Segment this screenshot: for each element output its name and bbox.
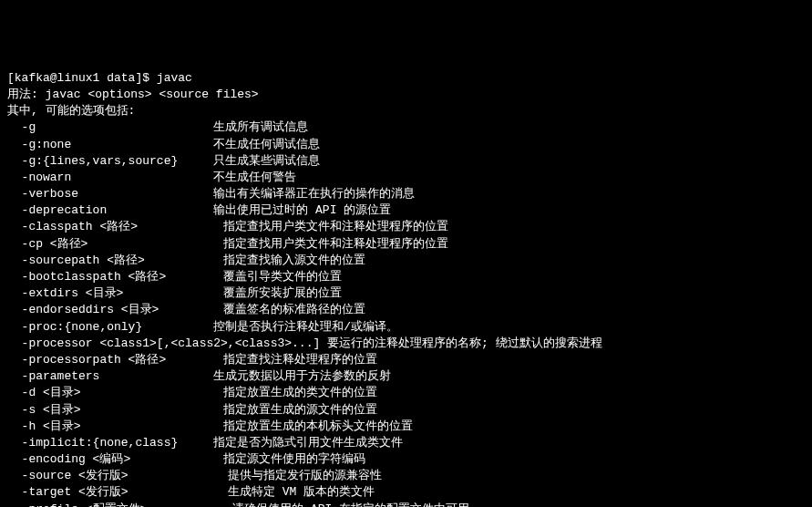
option-flag: -proc:{none,only}: [7, 320, 213, 334]
option-flag: -processor <class1>[,<class2>,<class3>..…: [7, 336, 327, 350]
option-description: 只生成某些调试信息: [213, 154, 320, 168]
option-line: -processor <class1>[,<class2>,<class3>..…: [7, 336, 805, 352]
prompt-line-1: [kafka@linux1 data]$ javac: [7, 70, 805, 87]
option-line: -g 生成所有调试信息: [7, 119, 805, 136]
option-description: 请确保使用的 API 在指定的配置文件中可用: [232, 502, 469, 507]
option-description: 覆盖引导类文件的位置: [223, 270, 342, 284]
option-flag: -sourcepath <路径>: [7, 254, 223, 267]
option-description: 覆盖所安装扩展的位置: [223, 286, 342, 300]
option-flag: -deprecation: [7, 203, 213, 217]
option-flag: -target <发行版>: [7, 485, 228, 499]
option-description: 控制是否执行注释处理和/或编译。: [213, 320, 398, 334]
option-flag: -bootclasspath <路径>: [7, 270, 223, 284]
option-flag: -g:{lines,vars,source}: [7, 154, 213, 168]
option-description: 覆盖签名的标准路径的位置: [223, 303, 365, 316]
option-line: -processorpath <路径> 指定查找注释处理程序的位置: [7, 352, 805, 368]
option-flag: -implicit:{none,class}: [7, 436, 213, 450]
option-description: 生成元数据以用于方法参数的反射: [213, 369, 391, 383]
option-flag: -profile <配置文件>: [7, 502, 232, 507]
option-flag: -verbose: [7, 187, 213, 201]
option-line: -implicit:{none,class} 指定是否为隐式引用文件生成类文件: [7, 435, 805, 451]
usage-line: 用法: javac <options> <source files>: [7, 87, 805, 103]
shell-prompt: [kafka@linux1 data]$: [7, 71, 157, 85]
option-description: 输出有关编译器正在执行的操作的消息: [213, 187, 415, 201]
option-description: 不生成任何警告: [213, 171, 296, 184]
option-description: 指定放置生成的源文件的位置: [223, 403, 377, 417]
option-description: 指定放置生成的本机标头文件的位置: [223, 419, 413, 433]
option-flag: -s <目录>: [7, 403, 223, 417]
option-line: -endorseddirs <目录> 覆盖签名的标准路径的位置: [7, 302, 805, 318]
option-line: -s <目录> 指定放置生成的源文件的位置: [7, 402, 805, 419]
option-flag: -parameters: [7, 369, 213, 383]
option-description: 指定查找用户类文件和注释处理程序的位置: [223, 220, 448, 233]
option-flag: -source <发行版>: [7, 469, 228, 482]
option-line: -deprecation 输出使用已过时的 API 的源位置: [7, 202, 805, 219]
options-list: -g 生成所有调试信息 -g:none 不生成任何调试信息 -g:{lines,…: [7, 119, 805, 507]
command-entered: javac: [157, 71, 192, 85]
option-line: -source <发行版> 提供与指定发行版的源兼容性: [7, 468, 805, 484]
option-description: 指定源文件使用的字符编码: [223, 452, 365, 466]
option-line: -sourcepath <路径> 指定查找输入源文件的位置: [7, 253, 805, 269]
option-flag: -extdirs <目录>: [7, 286, 223, 300]
option-line: -g:{lines,vars,source} 只生成某些调试信息: [7, 153, 805, 170]
option-line: -extdirs <目录> 覆盖所安装扩展的位置: [7, 285, 805, 302]
option-line: -profile <配置文件> 请确保使用的 API 在指定的配置文件中可用: [7, 502, 805, 507]
option-flag: -endorseddirs <目录>: [7, 303, 223, 316]
option-line: -parameters 生成元数据以用于方法参数的反射: [7, 368, 805, 385]
option-line: -bootclasspath <路径> 覆盖引导类文件的位置: [7, 269, 805, 285]
option-flag: -g:none: [7, 138, 213, 151]
option-line: -target <发行版> 生成特定 VM 版本的类文件: [7, 484, 805, 501]
option-flag: -classpath <路径>: [7, 220, 223, 233]
terminal-output: [kafka@linux1 data]$ javac用法: javac <opt…: [7, 70, 805, 507]
option-line: -encoding <编码> 指定源文件使用的字符编码: [7, 451, 805, 468]
option-flag: -encoding <编码>: [7, 452, 223, 466]
option-description: 指定查找输入源文件的位置: [223, 254, 365, 267]
option-description: 生成特定 VM 版本的类文件: [228, 485, 375, 499]
option-description: 指定放置生成的类文件的位置: [223, 386, 377, 399]
option-line: -d <目录> 指定放置生成的类文件的位置: [7, 385, 805, 401]
option-description: 生成所有调试信息: [213, 120, 308, 134]
option-description: 要运行的注释处理程序的名称; 绕过默认的搜索进程: [327, 336, 602, 350]
option-description: 输出使用已过时的 API 的源位置: [213, 203, 391, 217]
option-line: -classpath <路径> 指定查找用户类文件和注释处理程序的位置: [7, 219, 805, 235]
option-flag: -d <目录>: [7, 386, 223, 399]
option-flag: -h <目录>: [7, 419, 223, 433]
option-line: -g:none 不生成任何调试信息: [7, 137, 805, 153]
option-description: 提供与指定发行版的源兼容性: [228, 469, 382, 482]
option-flag: -nowarn: [7, 171, 213, 184]
option-description: 指定是否为隐式引用文件生成类文件: [213, 436, 403, 450]
options-header: 其中, 可能的选项包括:: [7, 103, 805, 119]
option-line: -proc:{none,only} 控制是否执行注释处理和/或编译。: [7, 319, 805, 336]
option-line: -h <目录> 指定放置生成的本机标头文件的位置: [7, 419, 805, 435]
option-flag: -cp <路径>: [7, 237, 223, 251]
option-flag: -g: [7, 120, 213, 134]
option-line: -cp <路径> 指定查找用户类文件和注释处理程序的位置: [7, 236, 805, 253]
option-description: 指定查找注释处理程序的位置: [223, 353, 377, 367]
option-line: -verbose 输出有关编译器正在执行的操作的消息: [7, 186, 805, 202]
option-description: 不生成任何调试信息: [213, 138, 320, 151]
option-flag: -processorpath <路径>: [7, 353, 223, 367]
option-line: -nowarn 不生成任何警告: [7, 170, 805, 186]
option-description: 指定查找用户类文件和注释处理程序的位置: [223, 237, 448, 251]
